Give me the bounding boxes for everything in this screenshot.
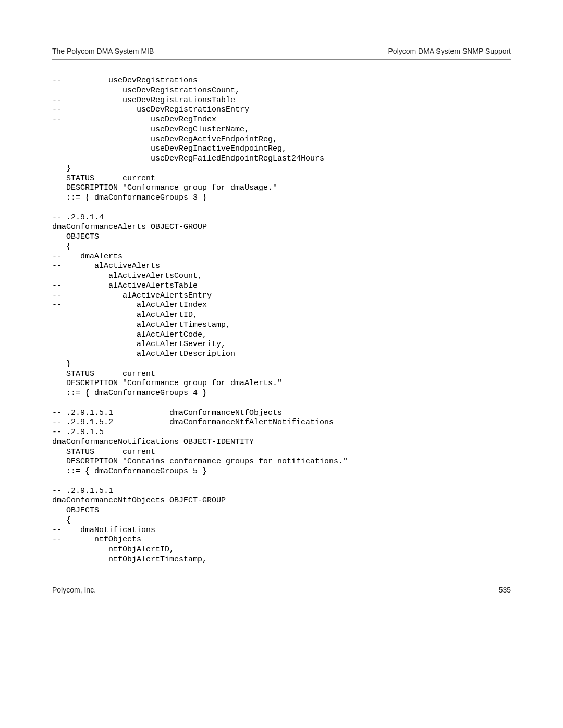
header-left: The Polycom DMA System MIB <box>52 47 154 55</box>
mib-code-block: -- useDevRegistrations useDevRegistratio… <box>52 76 511 565</box>
document-page: The Polycom DMA System MIB Polycom DMA S… <box>0 0 563 615</box>
header-rule <box>52 59 511 60</box>
footer-left: Polycom, Inc. <box>52 586 96 594</box>
page-header: The Polycom DMA System MIB Polycom DMA S… <box>52 47 511 59</box>
footer-page-number: 535 <box>499 586 511 594</box>
page-footer: Polycom, Inc. 535 <box>52 586 511 594</box>
header-right: Polycom DMA System SNMP Support <box>388 47 511 55</box>
